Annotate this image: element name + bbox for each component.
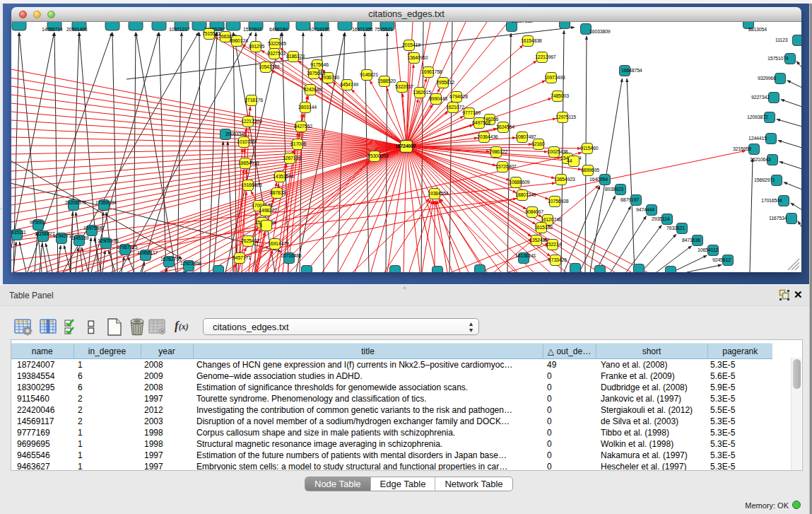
svg-text:5322605: 5322605 [268,41,286,46]
svg-text:9084067: 9084067 [525,209,543,214]
svg-text:12093872: 12093872 [747,115,768,119]
svg-text:44: 44 [567,158,572,163]
svg-text:14055714: 14055714 [42,27,63,32]
svg-text:7515521: 7515521 [375,27,393,32]
svg-text:20364436: 20364436 [477,134,498,139]
svg-text:10025438: 10025438 [547,149,568,154]
svg-text:9245612: 9245612 [712,257,731,262]
svg-text:20053346: 20053346 [225,132,247,136]
svg-text:14353594: 14353594 [273,174,294,179]
svg-text:9146821: 9146821 [360,72,378,77]
svg-text:7632621: 7632621 [666,226,685,230]
svg-text:8960124: 8960124 [230,38,248,43]
svg-text:1615132: 1615132 [534,225,553,230]
svg-text:8938923: 8938923 [605,187,623,192]
svg-text:8813054: 8813054 [748,27,767,32]
svg-text:12213303: 12213303 [241,119,262,124]
svg-text:10719155: 10719155 [309,27,330,32]
svg-text:16914479: 16914479 [268,241,289,246]
svg-text:6899695: 6899695 [581,168,599,173]
svg-text:9175646: 9175646 [310,62,329,67]
svg-text:17359934: 17359934 [95,200,117,205]
svg-text:16782759: 16782759 [160,257,182,262]
svg-text:7986322: 7986322 [489,149,507,154]
svg-text:12923468: 12923468 [180,261,201,266]
svg-text:3624554: 3624554 [496,124,514,129]
svg-text:10958117: 10958117 [137,250,158,255]
svg-text:16648754: 16648754 [621,68,642,73]
svg-text:817006: 817006 [290,141,306,146]
svg-text:8990448: 8990448 [429,96,447,101]
svg-text:9227342: 9227342 [751,95,770,100]
svg-text:1527602: 1527602 [243,27,261,32]
svg-text:2803144: 2803144 [298,105,317,110]
svg-text:18807249: 18807249 [515,192,536,197]
svg-text:7955812: 7955812 [436,80,454,85]
svg-text:1640954: 1640954 [589,177,608,182]
svg-text:10756928: 10756928 [548,199,569,204]
svg-text:19384554: 19384554 [428,191,449,196]
svg-text:20206570: 20206570 [65,200,86,205]
svg-text:9329966: 9329966 [758,76,776,81]
svg-text:6497568: 6497568 [472,120,490,125]
svg-text:62160: 62160 [531,141,545,146]
svg-text:19166825: 19166825 [241,182,262,187]
svg-text:6879197: 6879197 [620,197,639,202]
svg-text:9327503: 9327503 [267,51,286,56]
svg-text:2718176: 2718176 [245,98,263,103]
svg-text:6794028: 6794028 [449,94,468,99]
svg-text:11123: 11123 [775,37,788,42]
svg-text:15692971: 15692971 [754,177,775,182]
svg-text:10807487: 10807487 [515,134,536,139]
svg-text:11156827: 11156827 [35,231,55,236]
svg-text:1010755: 1010755 [237,139,255,144]
svg-text:16120746: 16120746 [541,217,562,222]
svg-text:20691406: 20691406 [66,27,88,32]
svg-text:3915111: 3915111 [11,230,26,235]
svg-text:15716485: 15716485 [281,253,302,258]
svg-text:152214: 152214 [546,242,561,247]
svg-text:10688609: 10688609 [509,180,530,185]
svg-text:887833: 887833 [270,190,286,195]
svg-text:16033809: 16033809 [589,29,611,34]
svg-text:3267130: 3267130 [283,156,301,160]
svg-text:1362615: 1362615 [413,90,431,95]
svg-text:17016504: 17016504 [761,198,782,203]
svg-text:8471636: 8471636 [682,238,700,243]
svg-text:10543362: 10543362 [259,64,280,69]
svg-text:8454749: 8454749 [340,82,358,87]
svg-text:16210643: 16210643 [750,157,771,162]
svg-text:16154838: 16154838 [521,38,542,43]
svg-text:9777169: 9777169 [462,110,481,115]
svg-text:2936760: 2936760 [321,75,339,80]
svg-text:8: 8 [259,223,262,228]
svg-text:16961758: 16961758 [421,69,442,74]
svg-text:1733426: 1733426 [548,257,567,262]
svg-text:12905135: 12905135 [98,238,119,243]
svg-text:10871217: 10871217 [169,27,190,32]
svg-text:1498222: 1498222 [259,208,277,213]
svg-text:13654923: 13654923 [554,177,575,182]
svg-text:9457771: 9457771 [233,255,251,260]
svg-text:9115460: 9115460 [580,146,599,151]
svg-text:7625402: 7625402 [241,238,259,243]
svg-text:15751074: 15751074 [767,56,789,61]
svg-text:9474444: 9474444 [636,207,654,212]
svg-text:2015419: 2015419 [402,42,420,47]
svg-text:1621072: 1621072 [446,105,464,110]
svg-text:17957825: 17957825 [117,245,138,250]
svg-text:6466160: 6466160 [269,27,288,32]
svg-text:18724007: 18724007 [395,144,416,148]
svg-text:2935114: 2935114 [652,216,670,221]
svg-text:12975115: 12975115 [555,115,576,119]
svg-text:975001: 975001 [30,220,45,225]
svg-text:3875685: 3875685 [307,71,325,76]
svg-text:15975887: 15975887 [83,226,105,230]
svg-text:20387682: 20387682 [512,22,533,23]
svg-text:1588520: 1588520 [377,78,396,83]
svg-text:5322037: 5322037 [395,84,413,89]
svg-text:8427552: 8427552 [294,124,312,129]
svg-text:1167534: 1167534 [769,216,787,221]
svg-text:25300203: 25300203 [367,153,389,158]
svg-text:8186323: 8186323 [286,54,305,59]
